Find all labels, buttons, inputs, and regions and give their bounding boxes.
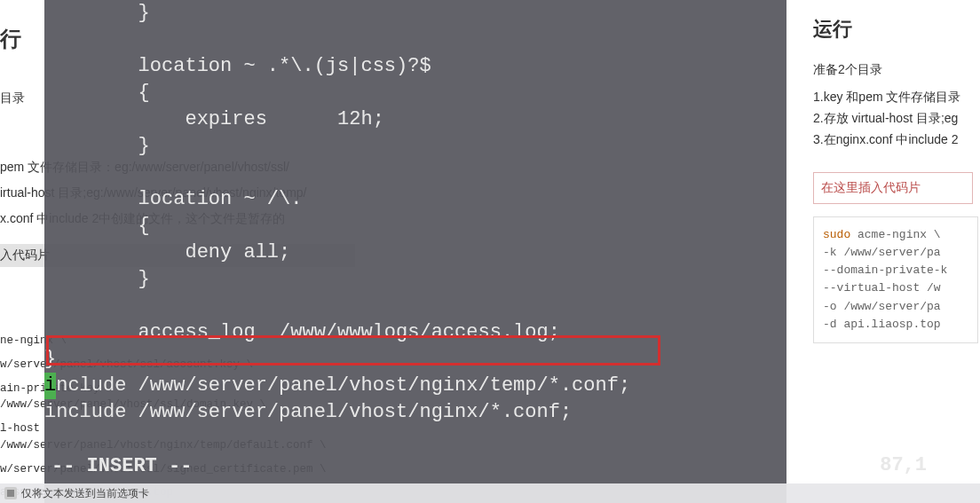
terminal-content: } location ~ .*\.(js|css)?$ { expires 12…: [44, 0, 786, 426]
code-line: -k /www/server/pa: [823, 244, 977, 262]
right-list-item: 2.存放 virtual-host 目录;eg: [813, 108, 980, 130]
vim-cursor-position: 87,1: [880, 454, 927, 476]
right-code-block: sudo acme-nginx \ -k /www/server/pa --do…: [813, 216, 978, 343]
tab-bar-text: 仅将文本发送到当前选项卡: [21, 486, 149, 501]
right-list-item: 1.key 和pem 文件存储目录: [813, 87, 980, 108]
code-line: -d api.liaosp.top: [823, 316, 977, 334]
terminal-editor[interactable]: } location ~ .*\.(js|css)?$ { expires 12…: [44, 0, 786, 503]
code-line: --domain-private-k: [823, 262, 977, 279]
right-heading: 运行: [813, 16, 980, 53]
vim-mode-status: -- INSERT --: [44, 453, 786, 480]
cursor-block: i: [44, 373, 56, 399]
code-line: -o /www/server/pa: [823, 298, 977, 316]
code-keyword: sudo: [823, 228, 850, 241]
code-line: --virtual-host /w: [823, 279, 977, 297]
right-article: 运行 准备2个目录 1.key 和pem 文件存储目录 2.存放 virtual…: [806, 0, 980, 343]
svg-rect-0: [7, 490, 14, 497]
right-subheading: 准备2个目录: [813, 53, 980, 87]
right-list-item: 3.在nginx.conf 中include 2: [813, 130, 980, 151]
insert-code-placeholder[interactable]: 在这里插入代码片: [813, 172, 973, 204]
terminal-tab-bar[interactable]: 仅将文本发送到当前选项卡: [0, 483, 980, 503]
tab-app-icon[interactable]: [4, 487, 17, 499]
